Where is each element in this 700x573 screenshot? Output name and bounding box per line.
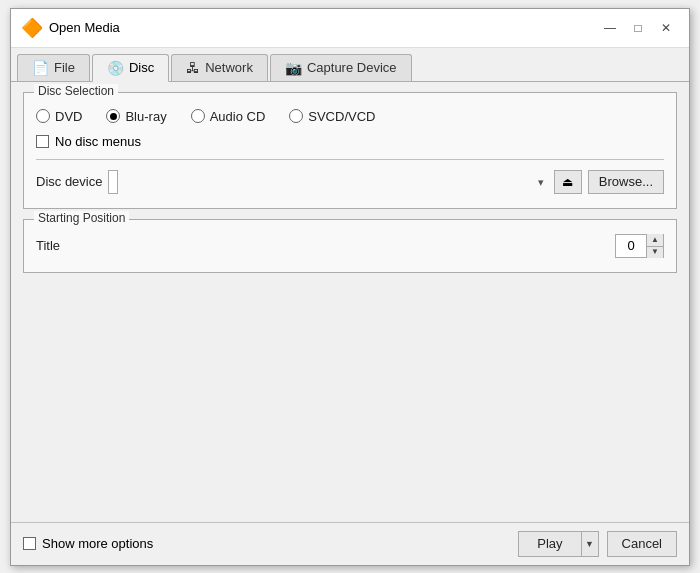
file-tab-icon: 📄 (32, 60, 49, 76)
radio-svcdvcd[interactable]: SVCD/VCD (289, 109, 375, 124)
tab-file-label: File (54, 60, 75, 75)
spinbox-up-button[interactable]: ▲ (647, 234, 663, 246)
capture-tab-icon: 📷 (285, 60, 302, 76)
cancel-button[interactable]: Cancel (607, 531, 677, 557)
radio-dvd[interactable]: DVD (36, 109, 82, 124)
no-disc-menus-checkbox[interactable] (36, 135, 49, 148)
tab-disc-label: Disc (129, 60, 154, 75)
starting-position-title: Starting Position (34, 211, 129, 225)
open-media-window: 🔶 Open Media — □ ✕ 📄 File 💿 Disc 🖧 Netwo… (10, 8, 690, 566)
disc-device-select[interactable] (108, 170, 118, 194)
play-button-group: Play ▼ (518, 531, 598, 557)
title-spinbox-input[interactable] (616, 235, 646, 257)
no-disc-menus-label: No disc menus (55, 134, 141, 149)
radio-bluray-label: Blu-ray (125, 109, 166, 124)
footer: Show more options Play ▼ Cancel (11, 522, 689, 565)
disc-selection-title: Disc Selection (34, 84, 118, 98)
radio-bluray-circle (106, 109, 120, 123)
network-tab-icon: 🖧 (186, 60, 200, 76)
radio-dvd-label: DVD (55, 109, 82, 124)
spinbox-down-button[interactable]: ▼ (647, 246, 663, 258)
title-spinbox: ▲ ▼ (615, 234, 664, 258)
disc-device-row: Disc device ⏏ Browse... (36, 170, 664, 194)
show-more-options[interactable]: Show more options (23, 536, 153, 551)
tab-network[interactable]: 🖧 Network (171, 54, 268, 81)
eject-button[interactable]: ⏏ (554, 170, 582, 194)
title-bar-left: 🔶 Open Media (21, 17, 120, 39)
play-button[interactable]: Play (518, 531, 580, 557)
tab-network-label: Network (205, 60, 253, 75)
tab-disc[interactable]: 💿 Disc (92, 54, 169, 82)
maximize-button[interactable]: □ (625, 18, 651, 38)
footer-buttons: Play ▼ Cancel (518, 531, 677, 557)
browse-button[interactable]: Browse... (588, 170, 664, 194)
title-controls: — □ ✕ (597, 18, 679, 38)
disc-tab-icon: 💿 (107, 60, 124, 76)
disc-device-select-wrapper (108, 170, 547, 194)
radio-audiocd-label: Audio CD (210, 109, 266, 124)
no-disc-menus-item[interactable]: No disc menus (36, 134, 664, 149)
radio-bluray[interactable]: Blu-ray (106, 109, 166, 124)
vlc-icon: 🔶 (21, 17, 43, 39)
starting-position-group: Starting Position Title ▲ ▼ (23, 219, 677, 273)
radio-dvd-circle (36, 109, 50, 123)
disc-selection-group: Disc Selection DVD Blu-ray Audio CD SV (23, 92, 677, 209)
show-more-checkbox[interactable] (23, 537, 36, 550)
tab-bar: 📄 File 💿 Disc 🖧 Network 📷 Capture Device (11, 48, 689, 82)
radio-audiocd[interactable]: Audio CD (191, 109, 266, 124)
disc-type-radio-group: DVD Blu-ray Audio CD SVCD/VCD (36, 109, 664, 124)
close-button[interactable]: ✕ (653, 18, 679, 38)
show-more-label: Show more options (42, 536, 153, 551)
title-bar: 🔶 Open Media — □ ✕ (11, 9, 689, 48)
window-title: Open Media (49, 20, 120, 35)
radio-audiocd-circle (191, 109, 205, 123)
title-label: Title (36, 238, 60, 253)
disc-device-label: Disc device (36, 174, 102, 189)
tab-capture[interactable]: 📷 Capture Device (270, 54, 412, 81)
content-area: Disc Selection DVD Blu-ray Audio CD SV (11, 82, 689, 522)
spinbox-buttons: ▲ ▼ (646, 234, 663, 258)
play-dropdown-button[interactable]: ▼ (581, 531, 599, 557)
tab-file[interactable]: 📄 File (17, 54, 90, 81)
radio-svcdvcd-circle (289, 109, 303, 123)
minimize-button[interactable]: — (597, 18, 623, 38)
disc-divider (36, 159, 664, 160)
title-spinbox-row: Title ▲ ▼ (36, 234, 664, 258)
tab-capture-label: Capture Device (307, 60, 397, 75)
radio-svcdvcd-label: SVCD/VCD (308, 109, 375, 124)
